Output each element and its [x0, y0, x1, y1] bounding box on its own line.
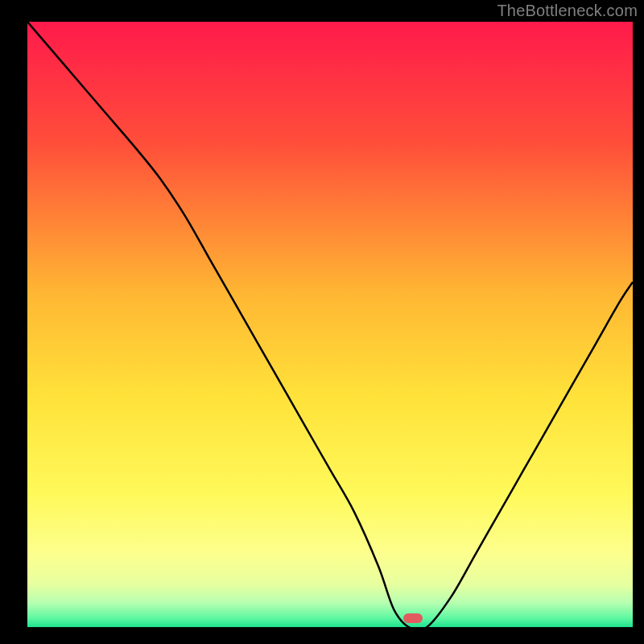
chart-frame: TheBottleneck.com — [0, 0, 644, 644]
bottleneck-curve — [27, 22, 633, 627]
watermark-text: TheBottleneck.com — [497, 2, 638, 20]
optimal-point-marker — [403, 613, 423, 623]
plot-area — [27, 22, 633, 627]
